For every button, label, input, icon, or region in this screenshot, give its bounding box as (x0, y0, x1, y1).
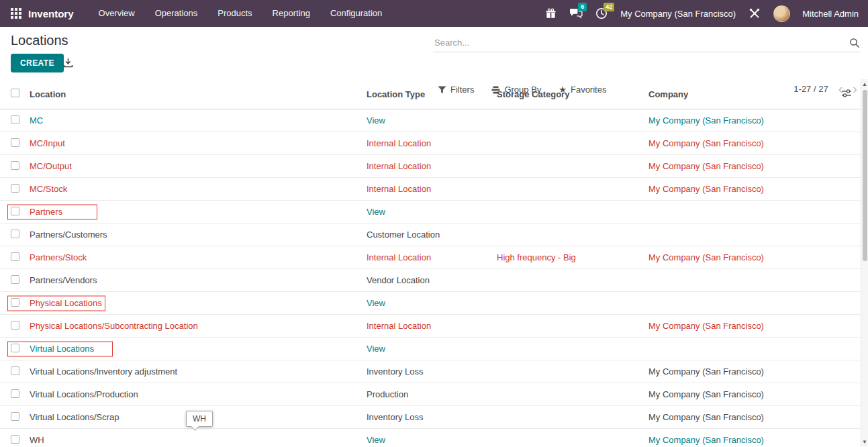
user-name[interactable]: Mitchell Admin (802, 9, 859, 19)
row-checkbox[interactable] (11, 298, 19, 307)
menu-reporting[interactable]: Reporting (262, 0, 320, 27)
table-row[interactable]: Virtual Locations/ProductionProductionMy… (0, 383, 861, 406)
table-row[interactable]: PartnersView (0, 201, 861, 224)
cell-location: WH (30, 435, 367, 445)
vertical-scrollbar[interactable]: ▲ ▼ (861, 79, 868, 447)
column-header-location[interactable]: Location (30, 89, 367, 99)
row-checkbox[interactable] (11, 115, 19, 124)
cell-location-type: View (367, 298, 497, 308)
column-header-storage-category[interactable]: Storage Category (497, 89, 648, 99)
row-checkbox[interactable] (11, 252, 19, 261)
gift-icon[interactable] (544, 7, 557, 20)
table-row[interactable]: Partners/VendorsVendor Location (0, 269, 861, 292)
table-body: MCViewMy Company (San Francisco)MC/Input… (0, 109, 861, 447)
cell-location: Virtual Locations/Inventory adjustment (30, 366, 367, 377)
search-icon[interactable] (849, 38, 860, 48)
row-checkbox[interactable] (11, 184, 19, 193)
search-input[interactable] (433, 37, 849, 48)
control-panel: Locations CREATE Filters (0, 27, 868, 79)
systray: 6 42 My Company (San Francisco) Mitchell… (544, 5, 859, 22)
table-row[interactable]: Virtual Locations/Inventory adjustmentIn… (0, 360, 861, 383)
row-checkbox[interactable] (11, 207, 19, 215)
cell-company: My Company (San Francisco) (648, 321, 832, 331)
table-row[interactable]: MC/OutputInternal LocationMy Company (Sa… (0, 155, 861, 178)
cell-location: Partners (30, 207, 367, 217)
tools-icon[interactable] (748, 7, 761, 20)
messages-icon[interactable]: 6 (569, 7, 583, 20)
cell-location: Partners/Stock (30, 252, 367, 262)
table-row[interactable]: Physical LocationsView (0, 292, 861, 315)
cell-company: My Company (San Francisco) (648, 115, 832, 126)
menu-configuration[interactable]: Configuration (320, 0, 392, 27)
cell-location-type: Internal Location (367, 184, 497, 194)
cell-location: Virtual Locations/Production (30, 389, 367, 399)
table-row[interactable]: Physical Locations/Subcontracting Locati… (0, 315, 861, 338)
table-row[interactable]: Virtual LocationsView (0, 338, 861, 360)
select-all-checkbox[interactable] (11, 89, 19, 97)
cell-company: My Company (San Francisco) (648, 161, 832, 171)
column-options-icon[interactable] (841, 89, 852, 100)
table-row[interactable]: MC/StockInternal LocationMy Company (San… (0, 178, 861, 201)
apps-menu-icon[interactable] (11, 8, 21, 19)
table-row[interactable]: Partners/StockInternal LocationHigh freq… (0, 246, 861, 269)
column-header-company[interactable]: Company (648, 89, 832, 99)
cell-company: My Company (San Francisco) (648, 412, 832, 422)
row-checkbox[interactable] (11, 321, 19, 330)
scroll-down-icon[interactable]: ▼ (861, 439, 868, 445)
menu-operations[interactable]: Operations (145, 0, 208, 27)
cell-storage-category: High frequency - Big (497, 252, 648, 262)
cell-company: My Company (San Francisco) (648, 389, 832, 399)
row-checkbox[interactable] (11, 275, 19, 284)
table-row[interactable]: MCViewMy Company (San Francisco) (0, 109, 861, 132)
column-header-location-type[interactable]: Location Type (367, 89, 497, 99)
cell-location-type: Internal Location (367, 321, 497, 331)
cell-location: MC/Output (30, 161, 367, 171)
cell-company: My Company (San Francisco) (648, 366, 832, 377)
cell-location-type: Inventory Loss (367, 366, 497, 377)
cell-location-type: Internal Location (367, 252, 497, 262)
cell-location: MC/Input (30, 138, 367, 148)
menu-overview[interactable]: Overview (89, 0, 145, 27)
cell-company: My Company (San Francisco) (648, 138, 832, 148)
cell-company: My Company (San Francisco) (648, 435, 832, 445)
row-checkbox[interactable] (11, 412, 19, 421)
app-name[interactable]: Inventory (28, 8, 74, 19)
cell-location-type: View (367, 344, 497, 354)
activities-clock-icon[interactable]: 42 (595, 7, 608, 20)
table-row[interactable]: Partners/CustomersCustomer Location (0, 224, 861, 246)
table-row[interactable]: MC/InputInternal LocationMy Company (San… (0, 132, 861, 155)
table-row[interactable]: Virtual Locations/ScrapInventory LossMy … (0, 406, 861, 429)
company-switcher[interactable]: My Company (San Francisco) (620, 9, 736, 19)
cell-location: Partners/Customers (30, 230, 367, 240)
row-checkbox[interactable] (11, 389, 19, 398)
row-checkbox[interactable] (11, 138, 19, 147)
cell-location: Physical Locations (30, 298, 367, 308)
scroll-up-icon[interactable]: ▲ (861, 81, 868, 87)
row-checkbox[interactable] (11, 435, 19, 444)
cell-location-type: View (367, 435, 497, 445)
cell-location: MC/Stock (30, 184, 367, 194)
cell-location-type: View (367, 115, 497, 126)
create-button[interactable]: CREATE (11, 54, 64, 72)
cell-location-type: Internal Location (367, 138, 497, 148)
activities-count-badge: 42 (604, 3, 614, 11)
cell-location-type: Vendor Location (367, 275, 497, 285)
locations-table: Location Location Type Storage Category … (0, 79, 861, 447)
cell-location-type: View (367, 207, 497, 217)
top-navbar: Inventory OverviewOperationsProductsRepo… (0, 0, 868, 27)
row-checkbox[interactable] (11, 366, 19, 375)
export-icon[interactable] (63, 58, 73, 70)
row-checkbox[interactable] (11, 344, 19, 352)
messages-count-badge: 6 (578, 3, 587, 11)
cell-company: My Company (San Francisco) (648, 252, 832, 262)
page-title: Locations (11, 33, 68, 48)
cell-location: Partners/Vendors (30, 275, 367, 285)
cell-location: MC (30, 115, 367, 126)
user-avatar[interactable] (773, 5, 790, 22)
menu-products[interactable]: Products (207, 0, 262, 27)
row-checkbox[interactable] (11, 161, 19, 170)
table-row[interactable]: WHViewMy Company (San Francisco) (0, 429, 861, 447)
scrollbar-thumb[interactable] (863, 90, 867, 261)
row-checkbox[interactable] (11, 230, 19, 238)
search-bar (433, 34, 860, 52)
